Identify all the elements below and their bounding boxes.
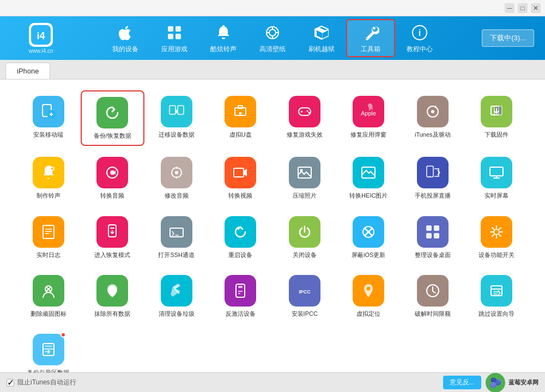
tool-item-backup-restore[interactable]: 备份/恢复数据 bbox=[81, 90, 145, 146]
nav-item-toolbox[interactable]: 工具箱 bbox=[346, 19, 395, 57]
tool-icon-convert-audio bbox=[96, 157, 128, 188]
tool-label-itunes-driver: iTunes及驱动 bbox=[415, 131, 451, 138]
tool-item-edit-audio[interactable]: 修改音频 bbox=[144, 151, 209, 205]
logo-icon[interactable]: i4 bbox=[29, 23, 53, 47]
tool-item-phone-screen[interactable]: 手机投屏直播 bbox=[401, 151, 465, 205]
svg-text:+: + bbox=[51, 168, 53, 171]
tool-item-reboot[interactable]: 重启设备 bbox=[209, 211, 273, 264]
tool-item-open-ssh[interactable]: 打开SSH通道 bbox=[144, 211, 209, 264]
box-icon bbox=[312, 23, 331, 42]
close-button[interactable]: ✕ bbox=[531, 3, 541, 13]
tool-icon-virtual-udisk bbox=[225, 96, 256, 127]
nav-item-tutorial[interactable]: i 教程中心 bbox=[395, 19, 444, 57]
tool-label-migrate-data: 迁移设备数据 bbox=[159, 131, 195, 138]
tool-label-block-ios-update: 屏蔽iOS更新 bbox=[352, 251, 385, 259]
tool-item-backup-partition[interactable]: 备份引导区数据 bbox=[16, 328, 81, 372]
tool-label-virtual-location: 虚拟定位 bbox=[356, 310, 380, 317]
tool-item-remove-stubborn[interactable]: 删除顽固图标 bbox=[16, 270, 81, 323]
svg-point-25 bbox=[308, 112, 310, 114]
nav-item-ringtones[interactable]: 酷炫铃声 bbox=[199, 19, 248, 57]
tool-icon-remove-stubborn bbox=[33, 275, 64, 307]
svg-rect-19 bbox=[238, 106, 243, 108]
tool-icon-convert-video bbox=[225, 157, 256, 188]
minimize-button[interactable]: ─ bbox=[505, 3, 514, 13]
tool-item-shutdown[interactable]: 关闭设备 bbox=[272, 211, 337, 264]
svg-point-41 bbox=[300, 169, 302, 172]
tool-item-realtime-screen[interactable]: 实时屏幕 bbox=[465, 151, 529, 205]
nav-item-wallpapers[interactable]: 高清壁纸 bbox=[248, 19, 297, 57]
tool-label-backup-partition: 备份引导区数据 bbox=[27, 369, 69, 372]
tool-icon-recovery-mode bbox=[96, 216, 128, 248]
tool-icon-edit-audio bbox=[161, 157, 192, 188]
tool-icon-compress-photo bbox=[289, 157, 320, 188]
svg-rect-21 bbox=[299, 108, 311, 115]
tool-icon-phone-screen bbox=[417, 157, 449, 188]
svg-rect-5 bbox=[175, 34, 181, 39]
tool-icon-realtime-screen bbox=[481, 157, 512, 188]
tool-icon-deactivate bbox=[225, 275, 256, 307]
tool-item-realtime-log[interactable]: 实时日志 bbox=[16, 211, 81, 264]
berry-logo-icon: 🫐 bbox=[486, 373, 505, 393]
tool-item-virtual-udisk[interactable]: 虚拟U盘 bbox=[209, 90, 273, 146]
svg-rect-53 bbox=[426, 225, 432, 231]
nav-label-wallpapers: 高清壁纸 bbox=[259, 45, 286, 54]
itunes-checkbox[interactable]: ✓ bbox=[7, 379, 14, 387]
nav-item-app-games[interactable]: 应用游戏 bbox=[150, 19, 199, 57]
tool-item-install-app[interactable]: 安装移动端 bbox=[16, 90, 81, 146]
nav-item-my-device[interactable]: 我的设备 bbox=[101, 19, 150, 57]
tool-item-virtual-location[interactable]: 虚拟定位 bbox=[337, 270, 401, 323]
svg-rect-56 bbox=[434, 233, 439, 238]
tool-icon-organize-desktop bbox=[417, 216, 449, 248]
maximize-button[interactable]: □ bbox=[518, 3, 528, 13]
tool-label-make-ringtone: 制作铃声 bbox=[37, 192, 60, 199]
logo-area: i4 www.i4.cn bbox=[5, 23, 76, 54]
nav-label-my-device: 我的设备 bbox=[112, 45, 138, 54]
tool-item-break-time[interactable]: 破解时间限额 bbox=[401, 270, 465, 323]
svg-rect-44 bbox=[490, 167, 503, 176]
download-button[interactable]: 下载中(3)... bbox=[482, 29, 534, 47]
tool-grid: 安装移动端 备份/恢复数据 迁移设备数据 虚拟U盘 修复游戏失效 Apple 修… bbox=[16, 90, 529, 372]
tool-item-fix-game[interactable]: 修复游戏失效 bbox=[272, 90, 337, 146]
tool-item-device-functions[interactable]: 设备功能开关 bbox=[465, 211, 529, 264]
tool-label-break-time: 破解时间限额 bbox=[415, 310, 451, 317]
tool-item-erase-all[interactable]: 抹除所有数据 bbox=[81, 270, 145, 323]
feedback-button[interactable]: 意见反... bbox=[443, 376, 481, 389]
nav-item-jailbreak[interactable]: 刷机越狱 bbox=[297, 19, 346, 57]
tool-item-convert-video[interactable]: 转换视频 bbox=[209, 151, 273, 205]
tool-label-convert-heic: 转换HEIC图片 bbox=[349, 192, 387, 199]
tool-label-backup-restore: 备份/恢复数据 bbox=[94, 132, 131, 139]
svg-rect-43 bbox=[427, 166, 433, 177]
tool-item-convert-audio[interactable]: 转换音频 bbox=[81, 151, 145, 205]
tool-item-make-ringtone[interactable]: + 制作铃声 bbox=[16, 151, 81, 205]
tool-item-deactivate[interactable]: 反激活设备 bbox=[209, 270, 273, 323]
tool-label-fix-popup: 修复应用弹窗 bbox=[350, 131, 386, 138]
tool-item-convert-heic[interactable]: 转换HEIC图片 bbox=[337, 151, 401, 205]
tool-label-realtime-screen: 实时屏幕 bbox=[485, 192, 508, 199]
tool-label-fix-game: 修复游戏失效 bbox=[287, 131, 323, 138]
tool-label-compress-photo: 压缩照片 bbox=[293, 192, 317, 199]
footer-logo: 🫐 蓝莓安卓网 bbox=[486, 373, 538, 393]
svg-point-57 bbox=[494, 229, 499, 235]
svg-rect-54 bbox=[434, 225, 439, 231]
tool-item-migrate-data[interactable]: 迁移设备数据 bbox=[144, 90, 209, 146]
tool-item-fix-popup[interactable]: Apple 修复应用弹窗 bbox=[337, 90, 401, 146]
tool-item-recovery-mode[interactable]: 进入恢复模式 bbox=[81, 211, 145, 264]
tool-icon-install-app bbox=[33, 96, 64, 127]
nav-label-tutorial: 教程中心 bbox=[407, 45, 433, 54]
tool-label-virtual-udisk: 虚拟U盘 bbox=[229, 131, 252, 138]
tool-item-organize-desktop[interactable]: 整理设备桌面 bbox=[401, 211, 465, 264]
tool-item-block-ios-update[interactable]: 屏蔽iOS更新 bbox=[337, 211, 401, 264]
tool-label-remove-stubborn: 删除顽固图标 bbox=[31, 310, 66, 317]
tool-item-compress-photo[interactable]: 压缩照片 bbox=[272, 151, 337, 205]
tab-iphone[interactable]: iPhone bbox=[5, 63, 50, 79]
tool-item-download-firmware[interactable]: 下载固件 bbox=[465, 90, 529, 146]
tool-item-clean-junk[interactable]: 清理设备垃圾 bbox=[144, 270, 209, 323]
tool-item-install-ipcc[interactable]: IPCC 安装IPCC bbox=[272, 270, 337, 323]
tool-icon-break-time bbox=[417, 275, 449, 307]
tool-item-itunes-driver[interactable]: iTunes及驱动 bbox=[401, 90, 465, 146]
svg-text:IPCC: IPCC bbox=[299, 289, 311, 295]
tool-item-skip-setup[interactable]: 跳过设置向导 bbox=[465, 270, 529, 323]
tool-icon-realtime-log bbox=[33, 216, 64, 248]
tool-icon-skip-setup bbox=[481, 275, 512, 307]
tool-icon-download-firmware bbox=[481, 96, 512, 127]
